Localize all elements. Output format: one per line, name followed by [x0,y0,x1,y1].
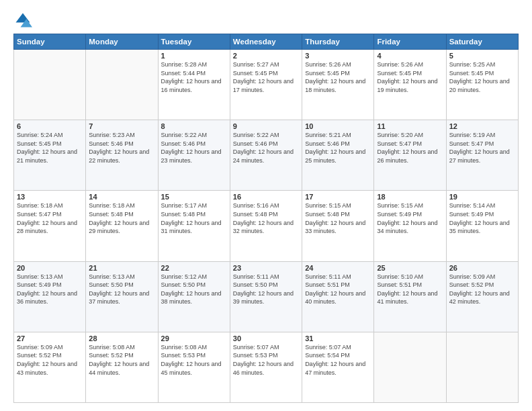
calendar-cell: 10Sunrise: 5:21 AMSunset: 5:46 PMDayligh… [302,120,374,191]
day-info: Sunrise: 5:18 AMSunset: 5:48 PMDaylight:… [89,201,154,235]
day-info: Sunrise: 5:23 AMSunset: 5:46 PMDaylight:… [89,131,154,165]
calendar-cell: 21Sunrise: 5:13 AMSunset: 5:50 PMDayligh… [86,261,158,332]
logo [13,11,35,30]
day-info: Sunrise: 5:26 AMSunset: 5:45 PMDaylight:… [305,60,371,94]
calendar-cell: 15Sunrise: 5:17 AMSunset: 5:48 PMDayligh… [158,191,230,261]
day-number: 1 [161,52,227,60]
calendar-cell [374,332,446,402]
day-number: 13 [17,193,83,201]
calendar-cell: 9Sunrise: 5:22 AMSunset: 5:46 PMDaylight… [230,120,302,191]
page: SundayMondayTuesdayWednesdayThursdayFrid… [0,0,532,411]
calendar-cell: 11Sunrise: 5:20 AMSunset: 5:47 PMDayligh… [374,120,446,191]
day-number: 23 [233,264,299,272]
calendar-cell [14,50,86,120]
day-info: Sunrise: 5:10 AMSunset: 5:51 PMDaylight:… [377,273,443,306]
day-info: Sunrise: 5:15 AMSunset: 5:48 PMDaylight:… [305,201,371,235]
day-info: Sunrise: 5:11 AMSunset: 5:50 PMDaylight:… [233,273,299,306]
weekday-header-saturday: Saturday [446,34,518,50]
day-number: 26 [449,264,515,272]
calendar-cell: 1Sunrise: 5:28 AMSunset: 5:44 PMDaylight… [158,50,230,120]
day-info: Sunrise: 5:21 AMSunset: 5:46 PMDaylight:… [305,131,371,165]
weekday-header-friday: Friday [374,34,446,50]
day-number: 10 [305,122,371,130]
calendar-cell: 27Sunrise: 5:09 AMSunset: 5:52 PMDayligh… [14,332,86,402]
calendar-cell: 2Sunrise: 5:27 AMSunset: 5:45 PMDaylight… [230,50,302,120]
calendar-cell: 29Sunrise: 5:08 AMSunset: 5:53 PMDayligh… [158,332,230,402]
day-info: Sunrise: 5:11 AMSunset: 5:51 PMDaylight:… [305,273,371,306]
day-number: 28 [89,334,154,342]
day-info: Sunrise: 5:15 AMSunset: 5:49 PMDaylight:… [377,201,443,235]
calendar-cell: 8Sunrise: 5:22 AMSunset: 5:46 PMDaylight… [158,120,230,191]
day-number: 20 [17,264,83,272]
day-number: 8 [161,122,227,130]
day-number: 15 [161,193,227,201]
day-info: Sunrise: 5:12 AMSunset: 5:50 PMDaylight:… [161,273,227,306]
day-info: Sunrise: 5:16 AMSunset: 5:48 PMDaylight:… [233,201,299,235]
day-info: Sunrise: 5:24 AMSunset: 5:45 PMDaylight:… [17,131,83,165]
day-number: 31 [305,334,371,342]
day-info: Sunrise: 5:26 AMSunset: 5:45 PMDaylight:… [377,60,443,94]
calendar-cell: 5Sunrise: 5:25 AMSunset: 5:45 PMDaylight… [446,50,518,120]
week-row-4: 20Sunrise: 5:13 AMSunset: 5:49 PMDayligh… [14,261,519,332]
calendar-cell: 28Sunrise: 5:08 AMSunset: 5:52 PMDayligh… [86,332,158,402]
calendar-cell: 4Sunrise: 5:26 AMSunset: 5:45 PMDaylight… [374,50,446,120]
day-number: 30 [233,334,299,342]
day-number: 11 [377,122,443,130]
week-row-1: 1Sunrise: 5:28 AMSunset: 5:44 PMDaylight… [14,50,519,120]
weekday-header-sunday: Sunday [14,34,86,50]
week-row-3: 13Sunrise: 5:18 AMSunset: 5:47 PMDayligh… [14,191,519,261]
header [13,11,519,30]
day-info: Sunrise: 5:18 AMSunset: 5:47 PMDaylight:… [17,201,83,235]
week-row-2: 6Sunrise: 5:24 AMSunset: 5:45 PMDaylight… [14,120,519,191]
day-info: Sunrise: 5:19 AMSunset: 5:47 PMDaylight:… [449,131,515,165]
week-row-5: 27Sunrise: 5:09 AMSunset: 5:52 PMDayligh… [14,332,519,402]
calendar-cell: 26Sunrise: 5:09 AMSunset: 5:52 PMDayligh… [446,261,518,332]
day-number: 9 [233,122,299,130]
calendar-cell: 19Sunrise: 5:14 AMSunset: 5:49 PMDayligh… [446,191,518,261]
day-info: Sunrise: 5:07 AMSunset: 5:54 PMDaylight:… [305,343,371,377]
day-number: 29 [161,334,227,342]
calendar-cell: 31Sunrise: 5:07 AMSunset: 5:54 PMDayligh… [302,332,374,402]
calendar-cell [86,50,158,120]
day-info: Sunrise: 5:22 AMSunset: 5:46 PMDaylight:… [161,131,227,165]
day-number: 12 [449,122,515,130]
day-number: 16 [233,193,299,201]
calendar-cell: 24Sunrise: 5:11 AMSunset: 5:51 PMDayligh… [302,261,374,332]
day-info: Sunrise: 5:25 AMSunset: 5:45 PMDaylight:… [449,60,515,94]
calendar-cell: 17Sunrise: 5:15 AMSunset: 5:48 PMDayligh… [302,191,374,261]
day-number: 24 [305,264,371,272]
day-number: 18 [377,193,443,201]
calendar-cell: 13Sunrise: 5:18 AMSunset: 5:47 PMDayligh… [14,191,86,261]
day-info: Sunrise: 5:09 AMSunset: 5:52 PMDaylight:… [17,343,83,377]
day-number: 4 [377,52,443,60]
day-info: Sunrise: 5:08 AMSunset: 5:53 PMDaylight:… [161,343,227,377]
calendar-cell: 12Sunrise: 5:19 AMSunset: 5:47 PMDayligh… [446,120,518,191]
calendar-cell: 18Sunrise: 5:15 AMSunset: 5:49 PMDayligh… [374,191,446,261]
day-info: Sunrise: 5:14 AMSunset: 5:49 PMDaylight:… [449,201,515,235]
day-info: Sunrise: 5:20 AMSunset: 5:47 PMDaylight:… [377,131,443,165]
day-number: 19 [449,193,515,201]
weekday-header-thursday: Thursday [302,34,374,50]
calendar-cell: 22Sunrise: 5:12 AMSunset: 5:50 PMDayligh… [158,261,230,332]
day-info: Sunrise: 5:13 AMSunset: 5:50 PMDaylight:… [89,273,154,306]
day-number: 5 [449,52,515,60]
day-info: Sunrise: 5:17 AMSunset: 5:48 PMDaylight:… [161,201,227,235]
weekday-header-monday: Monday [86,34,158,50]
calendar-cell: 3Sunrise: 5:26 AMSunset: 5:45 PMDaylight… [302,50,374,120]
day-number: 17 [305,193,371,201]
day-info: Sunrise: 5:09 AMSunset: 5:52 PMDaylight:… [449,273,515,306]
weekday-header-wednesday: Wednesday [230,34,302,50]
weekday-header-row: SundayMondayTuesdayWednesdayThursdayFrid… [14,34,519,50]
calendar-cell [446,332,518,402]
day-number: 21 [89,264,154,272]
day-number: 7 [89,122,154,130]
calendar-cell: 30Sunrise: 5:07 AMSunset: 5:53 PMDayligh… [230,332,302,402]
day-number: 27 [17,334,83,342]
logo-icon [13,11,32,30]
day-info: Sunrise: 5:22 AMSunset: 5:46 PMDaylight:… [233,131,299,165]
calendar-table: SundayMondayTuesdayWednesdayThursdayFrid… [13,34,519,403]
calendar-cell: 23Sunrise: 5:11 AMSunset: 5:50 PMDayligh… [230,261,302,332]
day-info: Sunrise: 5:07 AMSunset: 5:53 PMDaylight:… [233,343,299,377]
day-number: 6 [17,122,83,130]
calendar-cell: 16Sunrise: 5:16 AMSunset: 5:48 PMDayligh… [230,191,302,261]
